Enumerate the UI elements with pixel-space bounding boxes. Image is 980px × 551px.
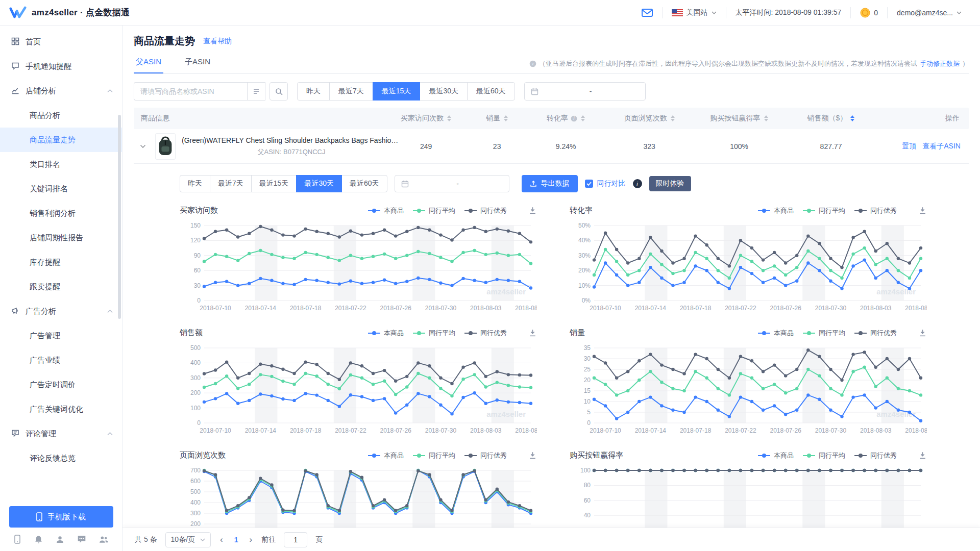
pin-top-link[interactable]: 置顶: [902, 142, 916, 151]
date-range-button[interactable]: 最近60天: [467, 82, 515, 101]
date-range-button[interactable]: 最近30天: [420, 82, 468, 101]
sidebar-item-ad-keyword-optimize[interactable]: 广告关键词优化: [0, 397, 122, 421]
date-range-picker-detail[interactable]: -: [395, 175, 509, 192]
chart-download-icon[interactable]: [918, 206, 927, 215]
date-range-button[interactable]: 最近15天: [251, 175, 297, 192]
sidebar-item-ad-schedule-price[interactable]: 广告定时调价: [0, 372, 122, 397]
chart-download-icon[interactable]: [918, 329, 927, 337]
sidebar-item-product-traffic-trend[interactable]: 商品流量走势: [0, 128, 122, 152]
sort-icon[interactable]: [447, 115, 451, 121]
peer-compare-checkbox[interactable]: 同行对比: [585, 179, 626, 188]
sidebar-item-ad-analysis[interactable]: 广告分析: [0, 299, 122, 323]
column-header[interactable]: 页面浏览次数: [605, 114, 693, 123]
date-range-button[interactable]: 昨天: [297, 82, 330, 101]
next-page-button[interactable]: ›: [249, 535, 254, 545]
column-header[interactable]: 销售额（$）: [785, 114, 877, 123]
tab-parent-asin[interactable]: 父ASIN: [134, 57, 163, 73]
export-data-button[interactable]: 导出数据: [522, 175, 578, 192]
mobile-download-button[interactable]: 手机版下载: [9, 506, 113, 528]
column-header[interactable]: 销量: [468, 114, 526, 123]
legend-item[interactable]: 同行平均: [413, 329, 455, 338]
expand-row-button[interactable]: [137, 141, 149, 152]
chart-legend: 本商品同行平均同行优秀: [368, 329, 537, 338]
legend-item[interactable]: 同行优秀: [464, 206, 507, 215]
sidebar-item-shop-analysis[interactable]: 店铺分析: [0, 79, 122, 103]
mobile-icon[interactable]: [13, 535, 21, 544]
legend-item[interactable]: 本商品: [368, 451, 404, 460]
date-range-button[interactable]: 最近7天: [210, 175, 252, 192]
trial-badge-button[interactable]: 限时体验: [649, 176, 691, 191]
account-menu[interactable]: demo@amz4se...: [888, 0, 971, 25]
chart-download-icon[interactable]: [528, 206, 537, 215]
sidebar-item-keyword-rank[interactable]: 关键词排名: [0, 177, 122, 201]
legend-item[interactable]: 同行优秀: [854, 451, 897, 460]
date-range-button[interactable]: 最近15天: [373, 82, 421, 101]
sidebar-item-ad-performance[interactable]: 广告业绩: [0, 348, 122, 372]
sidebar-item-profit-analysis[interactable]: 销售利润分析: [0, 201, 122, 226]
column-header[interactable]: 转化率i: [526, 114, 605, 123]
current-page[interactable]: 1: [232, 536, 240, 544]
legend-item[interactable]: 同行优秀: [464, 451, 507, 460]
info-icon: i: [571, 115, 577, 122]
column-header[interactable]: 购买按钮赢得率: [693, 114, 785, 123]
cell-revenue: 827.77: [785, 142, 877, 151]
help-link[interactable]: 查看帮助: [203, 37, 232, 46]
user-icon[interactable]: [56, 535, 64, 544]
legend-item[interactable]: 同行平均: [803, 451, 845, 460]
prev-page-button[interactable]: ‹: [219, 535, 224, 545]
fix-data-link[interactable]: 手动修正数据: [920, 59, 960, 68]
sort-icon[interactable]: [671, 115, 675, 121]
sort-icon[interactable]: [581, 115, 585, 121]
legend-item[interactable]: 同行平均: [413, 451, 455, 460]
sort-icon[interactable]: [504, 115, 508, 121]
legend-item[interactable]: 同行优秀: [464, 329, 507, 338]
legend-item[interactable]: 本商品: [758, 329, 794, 338]
chart-card-2: 销售额本商品同行平均同行优秀0100200300400500amz4seller…: [180, 328, 537, 438]
sidebar-item-phone-notify[interactable]: 手机通知提醒: [0, 54, 122, 79]
page-size-select[interactable]: 10条/页: [165, 532, 211, 547]
coin-balance[interactable]: 0: [851, 0, 887, 25]
chart-download-icon[interactable]: [918, 451, 927, 460]
group-icon[interactable]: [99, 536, 109, 543]
date-range-button[interactable]: 昨天: [180, 175, 210, 192]
legend-item[interactable]: 本商品: [758, 451, 794, 460]
sidebar-item-ad-manage[interactable]: 广告管理: [0, 323, 122, 348]
date-range-button[interactable]: 最近30天: [296, 175, 342, 192]
sidebar-item-inventory-alert[interactable]: 库存提醒: [0, 250, 122, 274]
bell-icon[interactable]: [34, 535, 43, 544]
asin-list-button[interactable]: [247, 82, 265, 101]
chart-download-icon[interactable]: [528, 329, 537, 337]
chart-download-icon[interactable]: [528, 451, 537, 460]
sidebar-item-review-manage[interactable]: 评论管理: [0, 421, 122, 446]
sidebar-scrollbar[interactable]: [118, 115, 121, 319]
legend-item[interactable]: 本商品: [368, 206, 404, 215]
search-input[interactable]: [134, 82, 247, 101]
mail-button[interactable]: [632, 0, 662, 25]
sort-icon[interactable]: [850, 115, 854, 121]
date-range-picker-top[interactable]: -: [524, 82, 646, 101]
date-range-button[interactable]: 最近60天: [341, 175, 387, 192]
compare-info-icon[interactable]: i: [633, 179, 642, 188]
legend-item[interactable]: 本商品: [758, 206, 794, 215]
legend-item[interactable]: 同行优秀: [854, 206, 897, 215]
legend-item[interactable]: 同行平均: [803, 329, 845, 338]
site-selector[interactable]: 美国站: [663, 0, 726, 25]
sort-icon[interactable]: [764, 115, 768, 121]
sidebar-item-category-rank[interactable]: 类目排名: [0, 152, 122, 177]
column-header[interactable]: 买家访问次数: [384, 114, 468, 123]
tab-child-asin[interactable]: 子ASIN: [183, 57, 212, 72]
view-child-asin-link[interactable]: 查看子ASIN: [922, 142, 961, 151]
legend-item[interactable]: 同行平均: [803, 206, 845, 215]
chat-dots-icon[interactable]: [77, 535, 86, 543]
sidebar-item-periodic-report[interactable]: 店铺周期性报告: [0, 226, 122, 250]
legend-item[interactable]: 同行平均: [413, 206, 455, 215]
legend-item[interactable]: 同行优秀: [854, 329, 897, 338]
date-range-button[interactable]: 最近7天: [329, 82, 373, 101]
sidebar-item-review-overview[interactable]: 评论反馈总览: [0, 446, 122, 470]
legend-item[interactable]: 本商品: [368, 329, 404, 338]
sidebar-item-product-analysis[interactable]: 商品分析: [0, 103, 122, 128]
goto-page-input[interactable]: [284, 532, 307, 547]
search-button[interactable]: [270, 82, 288, 101]
sidebar-item-home[interactable]: 首页: [0, 30, 122, 54]
sidebar-item-hijack-alert[interactable]: 跟卖提醒: [0, 274, 122, 299]
